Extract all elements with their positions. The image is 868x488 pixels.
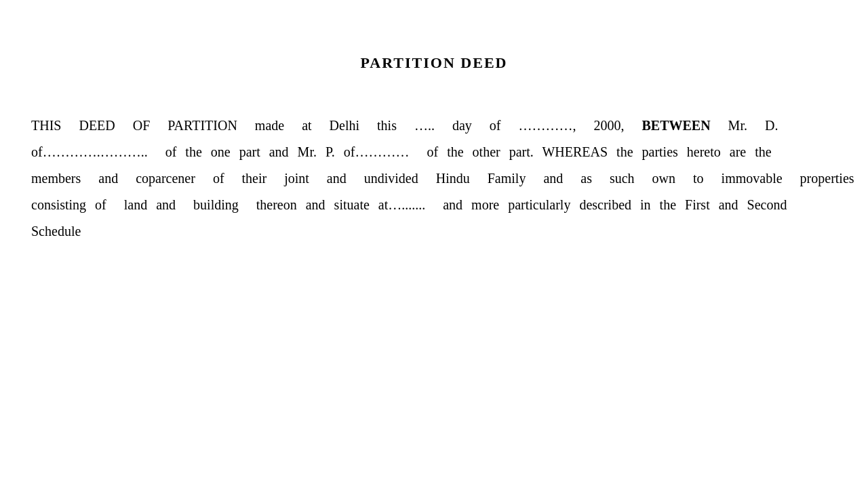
between-keyword: BETWEEN [642, 118, 710, 133]
title-section: PARTITION DEED [31, 54, 837, 72]
body-line1: THIS DEED OF PARTITION made at Delhi thi… [31, 118, 778, 133]
document-body: THIS DEED OF PARTITION made at Delhi thi… [31, 113, 837, 245]
body-line2: of………….……….. of the one part and Mr. P. … [31, 144, 772, 159]
body-line3: members and coparcener of their joint an… [31, 171, 854, 186]
body-line5: Schedule [31, 224, 81, 239]
document-title: PARTITION DEED [361, 54, 508, 71]
body-line4: consisting of land and building thereon … [31, 197, 787, 212]
page-container: PARTITION DEED THIS DEED OF PARTITION ma… [0, 0, 868, 488]
